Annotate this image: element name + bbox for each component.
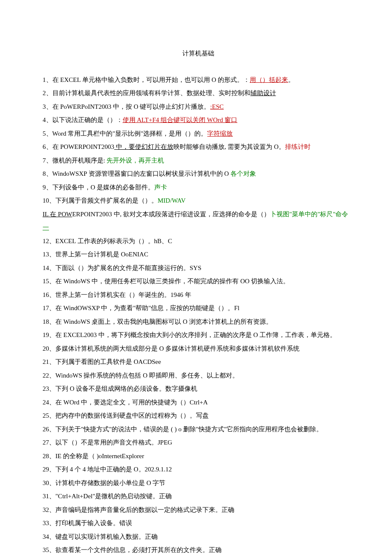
list-item: 18、在 WindoWS 桌面上，双击我的电脑图标可以 O 浏览本计算机上的所有…: [43, 315, 354, 329]
text-segment: 28、IE 的全称是（ )oInternetExplorer: [43, 453, 144, 459]
text-segment: 30、计算机中存储数据的最小单位是 O 字节: [43, 479, 165, 486]
text-segment: 。: [288, 76, 294, 83]
list-item: 17、在 WindOWSXP 中，为查看"帮助"信息，应按的功能键是（）。Fl: [43, 302, 354, 315]
list-item: 8、WindoWSXP 资源管理器窗口的左窗口以树状显示计算机中的 O 各个对象: [43, 167, 354, 181]
list-item: 30、计算机中存储数据的最小单位是 O 字节: [43, 477, 354, 490]
list-item: 14、下面以（）为扩展名的文件是不能直接运行的。SYS: [43, 262, 354, 275]
list-item: 15、在 WindoWS 中，使用任务栏可以做三类操作，不能完成的操作有 OO …: [43, 275, 354, 288]
document-title: 计算机基础: [43, 47, 354, 61]
text-segment: 17、在 WindOWSXP 中，为查看"帮助"信息，应按的功能键是（）。Fl: [43, 305, 239, 311]
text-segment: 映时能够自动播放, 需要为其设置为 O。: [173, 143, 285, 150]
list-item: 3、在 PoWERPoINT2003 中，按 O 键可以停止幻灯片播放。:ESC: [43, 100, 354, 114]
list-item: 28、IE 的全称是（ )oInternetExplorer: [43, 450, 354, 463]
list-item: 7、微机的开机顺序是: 先开外设，再开主机: [43, 154, 354, 168]
list-item: 32、声音编码是指将声音量化后的数据以一定的格式记录下来。正确: [43, 503, 354, 517]
text-segment: 辅助设计: [251, 90, 276, 96]
text-segment: 3、在 PoWERPoINT2003 中，按 O 键可以停止幻灯片播放。: [43, 103, 210, 110]
list-item: 33、打印机属于输入设备。错误: [43, 517, 354, 530]
list-item: 16、世界上第一台计算机实在（）年诞生的。1946 年: [43, 288, 354, 302]
text-segment: 使用 ALT+F4 组合键可以关闭 WOrd 窗口: [123, 116, 238, 123]
text-segment: 33、打印机属于输入设备。错误: [43, 520, 132, 526]
list-item: 29、下列 4 个 4 地址中正确的是 O。202.9.1.12: [43, 463, 354, 477]
text-segment: 25、把内存中的数据传送到硬盘中区的过程称为（）。写盘: [43, 412, 209, 419]
text-segment: 18、在 WindoWS 桌面上，双击我的电脑图标可以 O 浏览本计算机上的所有…: [43, 318, 272, 325]
text-segment: 19、在 EXCEL2003 中，将下列概念按由大到小的次序排列，正确的次序是 …: [43, 331, 336, 338]
text-segment: MID/WAV: [158, 197, 186, 204]
text-segment: IL 在 POW: [43, 211, 72, 218]
text-segment: 16、世界上第一台计算机实在（）年诞生的。1946 年: [43, 291, 191, 298]
text-segment: 中，要使幻灯片在放: [114, 143, 173, 150]
list-item: 1、在 EXCEL 单元格中输入负数时，可以用开始，也可以用 O 的形式。：用（…: [43, 73, 354, 87]
text-segment: 字符缩放: [207, 130, 233, 137]
list-item: 19、在 EXCEL2003 中，将下列概念按由大到小的次序排列，正确的次序是 …: [43, 328, 354, 342]
text-segment: 用（）括起来: [250, 76, 288, 83]
text-segment: 24、在 WOrd 中，要选定全文，可用的快捷键为（）Ctrl+A: [43, 399, 208, 406]
list-item: 9、下列设备中，O 是媒体的必备部件。声卡: [43, 181, 354, 195]
list-item: 4、以下说法正确的是（）：使用 ALT+F4 组合键可以关闭 WOrd 窗口: [43, 113, 354, 127]
list-item: 22、WindoWS 操作系统的特点包括 O 即插即用、多任务、以上都对。: [43, 369, 354, 383]
list-item: 24、在 WOrd 中，要选定全文，可用的快捷键为（）Ctrl+A: [43, 396, 354, 410]
list-item: 31、"Ctrl+Alt+Del"是微机的热启动按键。正确: [43, 490, 354, 503]
list-item: 20、多媒体计算机系统的两大组成部分是 O 多媒体计算机硬件系统和多媒体计算机软…: [43, 342, 354, 356]
list-item: 35、欲查看某一个文件的信息，必须打开其所在的文件夹。正确: [43, 543, 354, 555]
list-item: 13、世界上第一台计算机是 OoENIAC: [43, 248, 354, 262]
text-segment: 卜视图"菜单中的"标尺"命令: [270, 211, 348, 218]
text-segment: 20、多媒体计算机系统的两大组成部分是 O 多媒体计算机硬件系统和多媒体计算机软…: [43, 345, 300, 352]
text-segment: 32、声音编码是指将声音量化后的数据以一定的格式记录下来。正确: [43, 506, 234, 513]
list-item: 25、把内存中的数据传送到硬盘中区的过程称为（）。写盘: [43, 409, 354, 423]
list-item: 34、键盘可以实现计算机输入数据。正确: [43, 530, 354, 544]
list-item: 21、下列属于看图的工具软件是 OACDSee: [43, 355, 354, 369]
text-segment: 14、下面以（）为扩展名的文件是不能直接运行的。SYS: [43, 264, 202, 271]
text-segment: 21、下列属于看图的工具软件是 OACDSee: [43, 358, 161, 365]
text-segment: 27、以下（）不是常用的声音文件格式。JPEG: [43, 439, 172, 446]
list-item: 26、下列关于"快捷方式"的说法中，错误的是 ( ) o 删除"快捷方式"它所指…: [43, 423, 354, 436]
list-item: 一: [43, 221, 354, 235]
text-segment: 8、WindoWSXP 资源管理器窗口的左窗口以树状显示计算机中的 O: [43, 170, 231, 177]
text-segment: 7、微机的开机顺序是:: [43, 157, 107, 164]
list-item: 23、下列 O 设备不是组成网络的必须设备。数字摄像机: [43, 382, 354, 396]
text-segment: 1、在 EXCEL 单元格中输入负数时，可以用开始，也可以用 O 的形式。：: [43, 76, 250, 83]
text-segment: 各个对象: [231, 170, 256, 177]
text-segment: 声卡: [154, 184, 167, 191]
text-segment: 35、欲查看某一个文件的信息，必须打开其所在的文件夹。正确: [43, 546, 222, 553]
list-item: 10、下列属于音频文件扩展名的是（）。MID/WAV: [43, 194, 354, 208]
text-segment: 34、键盘可以实现计算机输入数据。正确: [43, 533, 158, 540]
text-segment: 13、世界上第一台计算机是 OoENIAC: [43, 251, 148, 258]
text-segment: 22、WindoWS 操作系统的特点包括 O 即插即用、多任务、以上都对。: [43, 372, 239, 379]
text-segment: 29、下列 4 个 4 地址中正确的是 O。202.9.1.12: [43, 466, 172, 473]
text-segment: 排练计时: [285, 143, 311, 150]
list-item: 6、在 POWERPOINT2003 中，要使幻灯片在放映时能够自动播放, 需要…: [43, 140, 354, 154]
text-segment: 9、下列设备中，O 是媒体的必备部件。: [43, 184, 154, 191]
document-body: 1、在 EXCEL 单元格中输入负数时，可以用开始，也可以用 O 的形式。：用（…: [43, 73, 354, 555]
text-segment: 31、"Ctrl+Alt+Del"是微机的热启动按键。正确: [43, 493, 172, 500]
list-item: 27、以下（）不是常用的声音文件格式。JPEG: [43, 436, 354, 450]
text-segment: 4、以下说法正确的是（）：: [43, 116, 123, 123]
text-segment: 23、下列 O 设备不是组成网络的必须设备。数字摄像机: [43, 385, 197, 392]
text-segment: ERPOINT2003 中, 欲对文本或段落进行缩进设置，应选择的命令是（）: [72, 211, 270, 218]
list-item: 2、目前计算机最具代表性的应用领域有科学计算、数据处理、实时控制和辅助设计: [43, 87, 354, 100]
text-segment: 10、下列属于音频文件扩展名的是（）。: [43, 197, 158, 204]
list-item: IL 在 POWERPOINT2003 中, 欲对文本或段落进行缩进设置，应选择…: [43, 208, 354, 221]
text-segment: 5、Word 常用工具栏中的"显示比例"选择框，是用（）的。: [43, 130, 207, 137]
list-item: 5、Word 常用工具栏中的"显示比例"选择框，是用（）的。字符缩放: [43, 127, 354, 141]
text-segment: 2、目前计算机最具代表性的应用领域有科学计算、数据处理、实时控制和: [43, 90, 251, 96]
text-segment: 12、EXCEL 工作表的列标表示为（）。hB、C: [43, 238, 172, 244]
text-segment: 6、在 POWERPOINT2003: [43, 143, 114, 150]
text-segment: 一: [43, 224, 49, 231]
text-segment: 15、在 WindoWS 中，使用任务栏可以做三类操作，不能完成的操作有 OO …: [43, 278, 289, 285]
list-item: 12、EXCEL 工作表的列标表示为（）。hB、C: [43, 235, 354, 248]
text-segment: 26、下列关于"快捷方式"的说法中，错误的是 ( ) o 删除"快捷方式"它所指…: [43, 426, 323, 433]
text-segment: :ESC: [210, 103, 224, 110]
text-segment: 先开外设，再开主机: [107, 157, 164, 164]
